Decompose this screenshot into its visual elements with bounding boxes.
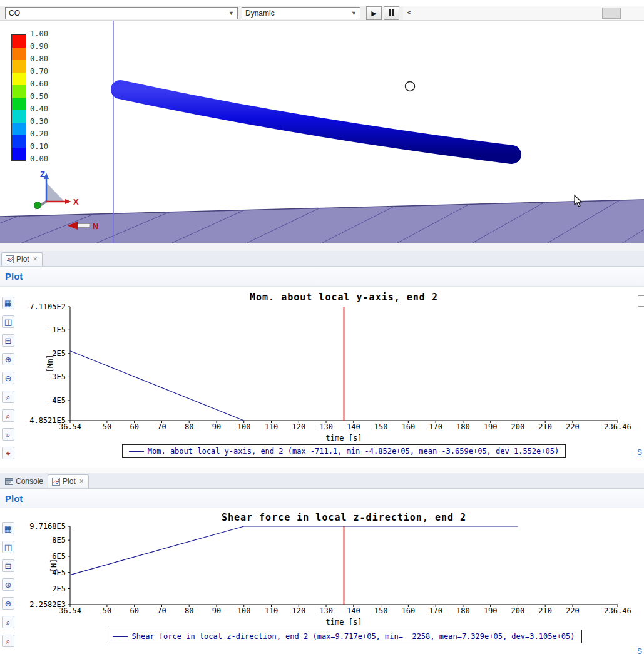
x-tick-label: 60 [130,422,138,431]
y-tick-label: -4.8521E5 [25,416,66,425]
y-tick-label: -1E5 [48,325,66,334]
x-tick-label: 236.46 [604,422,631,431]
chart2-canvas[interactable]: 36.5450607080901001101201301401501601701… [0,508,644,633]
legend-line-sample [113,636,128,637]
colorbar-label: 0.90 [30,42,48,51]
triad-plane [46,183,64,202]
zoom-reset-icon[interactable]: ⌖ [2,447,14,459]
x-tick-label: 190 [484,422,498,431]
colorbar-cell [12,48,26,60]
x-tick-label: 170 [429,606,442,615]
splitter[interactable] [0,243,644,251]
y-tick-label: 9.7168E5 [29,522,66,531]
colorbar-label: 0.70 [30,67,48,76]
tab-label: Console [16,477,43,486]
colorbar-cell [12,110,26,123]
3d-scene[interactable]: Z X N [0,21,644,243]
legend-text: Shear force in local z-direction, end 2 … [131,632,575,641]
series-line [70,526,518,575]
x-tick-label: 120 [292,422,305,431]
scroll-left-icon[interactable]: < [407,8,411,17]
cutoff-link-s1[interactable]: S [637,448,642,457]
colorbar-label: 1.00 [30,29,48,38]
play-button[interactable]: ▶ [366,6,382,20]
viewport-3d[interactable]: Z X N 1.000.900.800.700.600.500.400.300.… [0,21,644,243]
tab-console[interactable]: Console [1,475,48,488]
chart2-legend-wrap: Shear force in local z-direction, end 2 … [70,630,618,643]
play-icon: ▶ [371,9,376,18]
x-tick-label: 80 [185,422,193,431]
color-legend: 1.000.900.800.700.600.500.400.300.200.10… [11,34,61,166]
plot-icon [52,478,60,486]
colorbar-label: 0.60 [30,79,48,88]
colorbar-cell [12,123,26,135]
pause-button[interactable] [384,6,399,20]
tab-label: Plot [16,255,29,263]
y-axis-label: [N] [49,559,58,573]
x-tick-label: 100 [237,606,251,615]
x-axis-label: time [s] [326,434,362,442]
mode-select[interactable]: Dynamic ▼ [242,7,360,19]
x-tick-label: 210 [538,422,552,431]
x-tick-label: 80 [185,606,193,615]
x-tick-label: 236.46 [604,606,631,615]
series-line [70,351,244,421]
x-tick-label: 100 [237,422,251,431]
cutoff-link-s2[interactable]: S [637,647,642,654]
beam-element[interactable] [120,89,512,155]
panel2-tabbar: Console Plot × [0,473,644,489]
application-window: CO ▼ Dynamic ▼ ▶ < [0,0,644,654]
y-tick-label: -3E5 [48,372,66,381]
x-tick-label: 70 [157,422,166,431]
panel1-body: ▦◫⊟⊕⊖⌕⌕⌕⌖ Mom. about local y-axis, end 2… [0,287,644,468]
colorbar-cell [12,73,26,85]
y-tick-label: 8E5 [52,536,66,544]
y-tick-label: 2.2582E3 [29,600,66,609]
zoom-x-icon[interactable]: ⌕ [2,635,14,647]
x-tick-label: 130 [319,422,333,431]
x-axis-label: X [73,197,79,207]
colorbar-label: 0.50 [30,92,48,101]
tab-plot-2[interactable]: Plot × [48,474,89,488]
colorbar-cell [12,85,26,98]
chart2-legend: Shear force in local z-direction, end 2 … [106,630,581,643]
tab-plot-1[interactable]: Plot × [1,252,43,266]
x-tick-label: 90 [212,606,221,615]
scrollbar-thumb[interactable] [602,8,621,19]
condition-select[interactable]: CO ▼ [5,7,238,19]
x-tick-label: 50 [103,422,111,431]
window-top-strip [0,0,644,6]
colorbar-cells [11,34,26,161]
colorbar-cell [12,35,26,48]
y-tick-label: -7.1105E2 [25,302,66,311]
x-tick-label: 190 [484,606,498,615]
colorbar-cell [12,60,26,73]
chart1-canvas[interactable]: 36.5450607080901001101201301401501601701… [0,289,644,446]
close-icon[interactable]: × [33,255,38,263]
north-arrow-shaft [78,224,90,228]
scrollbar-cutoff[interactable] [638,295,644,307]
time-scrollbar[interactable]: < [403,6,644,20]
x-tick-label: 210 [538,606,552,615]
colorbar-label: 0.80 [30,54,48,63]
x-tick-label: 150 [374,606,388,615]
x-axis-label: time [s] [326,618,362,626]
colorbar-label: 0.30 [30,117,48,126]
x-tick-label: 150 [374,422,388,431]
x-tick-label: 110 [265,606,279,615]
panel2-title: Plot [5,493,23,504]
x-tick-label: 220 [566,606,580,615]
panel1-header: Plot [0,267,644,287]
panel1-title: Plot [5,271,23,282]
legend-text: Mom. about local y-axis, end 2 (max=-711… [148,447,559,456]
colorbar-cell [12,135,26,148]
pause-icon [388,9,396,17]
mode-select-value: Dynamic [245,9,275,18]
close-icon[interactable]: × [79,477,84,486]
splitter[interactable] [0,468,644,473]
node-marker[interactable] [406,82,415,91]
axes-triad: Z X [34,170,79,209]
tab-label: Plot [63,477,76,486]
colorbar-label: 0.10 [30,142,48,151]
x-tick-label: 120 [292,606,305,615]
